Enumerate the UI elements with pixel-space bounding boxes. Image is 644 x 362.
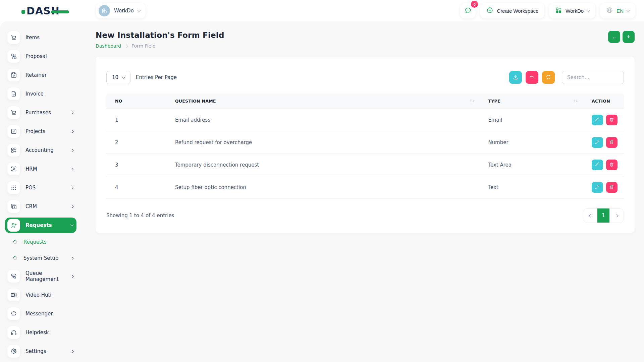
sidebar-item-label: Retainer (25, 72, 47, 78)
grid-plus-icon (7, 144, 20, 157)
sidebar-item-requests[interactable]: Requests (5, 218, 76, 233)
chevron-right-icon (70, 256, 74, 260)
table-row: 4Setup fiber optic connectionText (106, 176, 624, 199)
sidebar-item-retainer[interactable]: Retainer (5, 68, 76, 82)
entries-per-page-select[interactable]: 10 (106, 71, 130, 84)
video-icon (7, 289, 20, 301)
brand-logo[interactable]: DASH (21, 5, 85, 17)
sidebar-item-purchases[interactable]: Purchases (5, 106, 76, 119)
pencil-icon (595, 162, 600, 168)
sidebar-item-label: Video Hub (25, 292, 51, 298)
sidebar-item-helpdesk[interactable]: Helpdesk (5, 326, 76, 339)
delete-button[interactable] (606, 182, 618, 193)
sidebar-item-accounting[interactable]: Accounting (5, 143, 76, 157)
breadcrumb-current: Form Field (131, 43, 156, 49)
sidebar-subitem-system-setup[interactable]: System Setup (13, 253, 73, 263)
refresh-button[interactable] (542, 71, 555, 84)
chevron-right-icon (70, 148, 74, 152)
sidebar-item-label: HRM (25, 166, 37, 172)
copy-plus-icon (7, 200, 20, 213)
next-page-button[interactable] (609, 208, 624, 223)
workspace-selector[interactable]: WorkDo (96, 3, 146, 18)
sidebar-item-projects[interactable]: Projects (5, 125, 76, 138)
pagination: 1 (583, 208, 624, 223)
delete-button[interactable] (606, 115, 618, 125)
language-selector[interactable]: EN (600, 3, 635, 18)
undo-icon (529, 74, 535, 81)
col-type: TYPE ↑↓ (484, 94, 588, 109)
edit-button[interactable] (592, 137, 603, 148)
trash-icon (609, 139, 614, 145)
sidebar-item-label: Items (25, 35, 40, 41)
sidebar-item-label: POS (25, 185, 36, 191)
sidebar-subitem-label: System Setup (23, 255, 58, 261)
delete-button[interactable] (606, 160, 618, 170)
search-input[interactable] (562, 71, 624, 84)
pencil-icon (595, 117, 600, 123)
create-workspace-button[interactable]: Create Workspace (480, 3, 544, 18)
undo-button[interactable] (526, 71, 538, 84)
spinner-icon (12, 255, 18, 261)
edit-button[interactable] (592, 182, 603, 193)
form-field-table: NO QUESTION NAME ↑↓ TYPE ↑↓ ACTION 1Emai… (106, 94, 624, 199)
app-switcher-button[interactable]: WorkDo (549, 3, 595, 18)
messages-button[interactable]: 0 (460, 3, 476, 18)
page-actions: ← + (608, 31, 635, 43)
chevron-right-icon (70, 167, 74, 171)
create-workspace-label: Create Workspace (497, 8, 538, 14)
messages-badge: 0 (471, 1, 478, 8)
sidebar-item-crm[interactable]: CRM (5, 200, 76, 213)
sidebar-item-messenger[interactable]: Messenger (5, 307, 76, 320)
sort-icon[interactable]: ↑↓ (469, 99, 480, 103)
check-square-icon (7, 125, 20, 138)
pencil-icon (595, 139, 600, 145)
delete-button[interactable] (606, 137, 618, 148)
row-question: Temporary disconnection request (171, 154, 484, 176)
trash-icon (609, 162, 614, 168)
row-type: Email (484, 109, 588, 131)
edit-button[interactable] (592, 160, 603, 170)
back-button[interactable]: ← (608, 31, 620, 43)
sidebar-item-hrm[interactable]: HRM (5, 162, 76, 176)
edit-button[interactable] (592, 115, 603, 125)
save-icon (7, 69, 20, 81)
sidebar-item-items[interactable]: Items (5, 31, 76, 44)
row-no: 3 (106, 154, 171, 176)
sidebar-item-settings[interactable]: Settings (5, 345, 76, 358)
sidebar-item-invoice[interactable]: Invoice (5, 87, 76, 101)
chevron-right-icon (71, 275, 74, 278)
row-type: Text Area (484, 154, 588, 176)
current-page: 1 (597, 208, 609, 223)
user-plus-icon (7, 219, 20, 232)
chevron-down-icon (70, 223, 74, 227)
breadcrumb-separator-icon (125, 44, 128, 48)
table-tools (509, 71, 624, 84)
col-question-name: QUESTION NAME ↑↓ (171, 94, 484, 109)
cart-icon (7, 106, 20, 119)
trash-icon (609, 184, 614, 190)
export-button[interactable] (509, 71, 522, 84)
sidebar-item-queue-management[interactable]: Queue Management (5, 269, 76, 283)
prev-page-button[interactable] (583, 208, 597, 223)
logo-dot-icon (21, 10, 25, 14)
app-switcher-label: WorkDo (566, 8, 584, 14)
circle-plus-icon (486, 7, 493, 15)
proposal-icon (7, 50, 20, 63)
sidebar-item-video-hub[interactable]: Video Hub (5, 288, 76, 302)
sidebar-item-pos[interactable]: POS (5, 181, 76, 194)
add-form-field-button[interactable]: + (623, 31, 635, 43)
headphones-icon (7, 326, 20, 339)
breadcrumb-dashboard-link[interactable]: Dashboard (96, 43, 121, 49)
chevron-right-icon (70, 350, 74, 353)
cart-icon (7, 31, 20, 44)
language-label: EN (616, 8, 624, 14)
chevron-right-icon (70, 130, 74, 133)
sidebar-subitem-requests[interactable]: Requests (13, 237, 73, 247)
sidebar-item-label: Purchases (25, 110, 51, 116)
chevron-down-icon (137, 9, 141, 12)
sort-icon[interactable]: ↑↓ (573, 99, 584, 103)
sidebar-item-proposal[interactable]: Proposal (5, 50, 76, 63)
file-icon (7, 87, 20, 100)
plus-icon: + (627, 34, 631, 40)
phone-icon (7, 270, 20, 283)
